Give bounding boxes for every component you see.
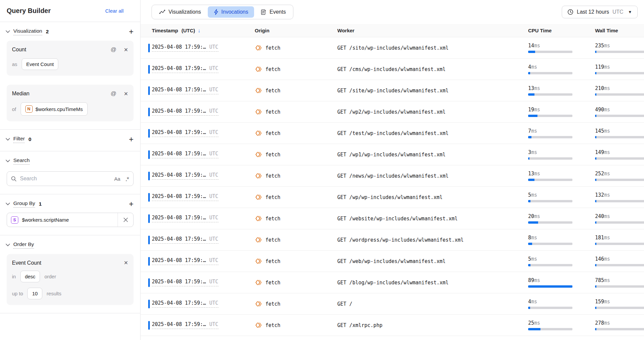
remove-count-icon[interactable]: ✕ xyxy=(124,47,128,53)
number-type-badge: N xyxy=(25,105,33,113)
result-limit-button[interactable]: 10 xyxy=(27,288,42,299)
search-input[interactable] xyxy=(20,176,114,182)
table-row[interactable]: 2025-04-08 17:59:… UTC fetch GET /test/w… xyxy=(141,123,644,144)
table-row[interactable]: 2025-04-08 17:59:… UTC fetch GET /wordpr… xyxy=(141,229,644,251)
table-row[interactable]: 2025-04-08 17:59:… UTC fetch GET /cms/wp… xyxy=(141,59,644,80)
cpu-time-cell: 13ms xyxy=(528,171,595,181)
worker-request: GET /news/wp-includes/wlwmanifest.xml xyxy=(337,173,449,179)
count-card-title: Count xyxy=(12,47,26,53)
cpu-time-value: 20 xyxy=(528,213,534,219)
timestamp-cell[interactable]: 2025-04-08 17:59:… UTC xyxy=(152,215,255,222)
wall-time-bar-fill xyxy=(595,179,596,181)
sort-descending-icon[interactable]: ↓ xyxy=(198,28,200,34)
wall-time-bar-fill xyxy=(595,136,596,138)
regex-toggle[interactable]: ▪* xyxy=(126,175,129,182)
timestamp-cell[interactable]: 2025-04-08 17:59:… UTC xyxy=(152,257,255,265)
visualization-section-label[interactable]: Visualization xyxy=(13,28,42,35)
cpu-time-bar xyxy=(528,307,572,309)
table-row[interactable]: 2025-04-08 17:59:… UTC fetch GET /wp2/wp… xyxy=(141,101,644,123)
filter-section-label[interactable]: Filter xyxy=(13,136,25,143)
chevron-down-icon[interactable] xyxy=(4,136,11,143)
wall-time-bar xyxy=(595,136,644,138)
table-row[interactable]: 2025-04-08 17:59:… UTC fetch GET /websit… xyxy=(141,208,644,229)
event-indicator-bar xyxy=(148,300,150,308)
timestamp-cell[interactable]: 2025-04-08 17:59:… UTC xyxy=(152,108,255,116)
remove-order-by-icon[interactable]: ✕ xyxy=(124,260,128,266)
in-label: in xyxy=(12,274,16,279)
fetch-origin-icon xyxy=(255,215,262,222)
at-mention-icon[interactable]: @ xyxy=(111,90,116,97)
sort-direction-button[interactable]: desc xyxy=(20,271,40,282)
cpu-time-value: 3 xyxy=(528,149,531,155)
cpu-time-value: 19 xyxy=(528,107,534,113)
table-row[interactable]: 2025-04-08 17:59:… UTC fetch GET /wp1/wp… xyxy=(141,144,644,165)
search-section-label[interactable]: Search xyxy=(13,157,30,165)
col-origin[interactable]: Origin xyxy=(255,28,337,33)
fetch-origin-icon xyxy=(255,257,262,265)
cpu-time-bar-fill xyxy=(528,93,534,96)
chevron-down-icon[interactable] xyxy=(4,28,11,35)
timestamp-cell[interactable]: 2025-04-08 17:59:… UTC xyxy=(152,279,255,286)
remove-group-by-icon[interactable] xyxy=(118,213,133,227)
worker-request: GET /website/wp-includes/wlwmanifest.xml xyxy=(337,216,458,222)
group-by-section-label[interactable]: Group By xyxy=(13,200,35,208)
add-visualization-button[interactable]: + xyxy=(129,29,134,35)
table-row[interactable]: 2025-04-08 17:59:… UTC fetch GET /news/w… xyxy=(141,165,644,187)
add-group-by-button[interactable]: + xyxy=(129,201,134,207)
table-row[interactable]: 2025-04-08 17:59:… UTC fetch GET /xmlrpc… xyxy=(141,315,644,336)
origin-label: fetch xyxy=(265,301,280,307)
timestamp-cell[interactable]: 2025-04-08 17:59:… UTC xyxy=(152,151,255,158)
at-mention-icon[interactable]: @ xyxy=(111,46,116,53)
chevron-down-icon[interactable] xyxy=(4,241,11,249)
query-builder-header: Query Builder Clear all xyxy=(0,0,140,22)
median-field-button[interactable]: N $workers.cpuTimeMs xyxy=(21,102,88,116)
timestamp-cell[interactable]: 2025-04-08 17:59:… UTC xyxy=(152,44,255,52)
wall-time-unit: ms xyxy=(604,64,610,70)
col-timestamp[interactable]: Timestamp (UTC) ↓ xyxy=(152,28,255,34)
group-by-field[interactable]: S $workers.scriptName xyxy=(7,213,134,227)
wall-time-value: 240 xyxy=(595,213,604,219)
col-wall-time[interactable]: Wall Time xyxy=(595,28,644,33)
query-builder-panel: Query Builder Clear all Visualization 2 … xyxy=(0,0,141,340)
chevron-down-icon[interactable] xyxy=(4,200,11,208)
timestamp-value: 2025-04-08 17:59:… xyxy=(152,129,206,135)
case-sensitive-toggle[interactable]: Aa xyxy=(114,176,120,182)
col-worker[interactable]: Worker xyxy=(337,28,528,33)
table-row[interactable]: 2025-04-08 17:59:… UTC fetch GET /blog/w… xyxy=(141,272,644,293)
add-filter-button[interactable]: + xyxy=(129,136,134,142)
timestamp-cell[interactable]: 2025-04-08 17:59:… UTC xyxy=(152,321,255,329)
table-row[interactable]: 2025-04-08 17:59:… UTC fetch GET /wp/wp-… xyxy=(141,187,644,208)
timestamp-timezone: UTC xyxy=(209,215,218,221)
col-cpu-time[interactable]: CPU Time xyxy=(528,28,595,33)
worker-cell: GET /test/wp-includes/wlwmanifest.xml xyxy=(337,130,528,136)
cpu-time-unit: ms xyxy=(534,213,540,219)
timestamp-cell[interactable]: 2025-04-08 17:59:… UTC xyxy=(152,193,255,201)
count-alias-button[interactable]: Event Count xyxy=(22,58,59,70)
timestamp-cell[interactable]: 2025-04-08 17:59:… UTC xyxy=(152,87,255,94)
cpu-time-bar xyxy=(528,136,572,138)
tab-visualizations[interactable]: Visualizations xyxy=(153,6,207,18)
timestamp-cell[interactable]: 2025-04-08 17:59:… UTC xyxy=(152,129,255,137)
wall-time-cell: 235ms xyxy=(595,43,644,53)
tab-events[interactable]: Events xyxy=(255,6,292,18)
chevron-down-icon[interactable] xyxy=(4,157,11,165)
timestamp-cell[interactable]: 2025-04-08 17:59:… UTC xyxy=(152,65,255,73)
timestamp-cell[interactable]: 2025-04-08 17:59:… UTC xyxy=(152,236,255,244)
wall-time-bar-fill xyxy=(595,264,596,266)
table-row[interactable]: 2025-04-08 17:59:… UTC fetch GET /sito/w… xyxy=(141,37,644,59)
timestamp-cell[interactable]: 2025-04-08 17:59:… UTC xyxy=(152,172,255,180)
tab-invocations[interactable]: Invocations xyxy=(208,6,254,18)
timestamp-timezone: UTC xyxy=(209,279,218,285)
table-row[interactable]: 2025-04-08 17:59:… UTC fetch GET /web/wp… xyxy=(141,251,644,272)
worker-cell: GET /xmlrpc.php xyxy=(337,322,528,328)
remove-median-icon[interactable]: ✕ xyxy=(124,91,128,97)
time-range-timezone: UTC xyxy=(612,9,623,15)
timestamp-cell[interactable]: 2025-04-08 17:59:… UTC xyxy=(152,300,255,308)
order-by-section-label[interactable]: Order By xyxy=(13,241,34,249)
table-row[interactable]: 2025-04-08 17:59:… UTC fetch GET / 4ms 1… xyxy=(141,293,644,315)
time-range-button[interactable]: Last 12 hours UTC ▼ xyxy=(562,6,638,18)
clear-all-link[interactable]: Clear all xyxy=(105,8,124,14)
cpu-time-bar-fill xyxy=(528,221,538,224)
event-indicator-bar xyxy=(148,44,150,52)
table-row[interactable]: 2025-04-08 17:59:… UTC fetch GET /site/w… xyxy=(141,80,644,101)
